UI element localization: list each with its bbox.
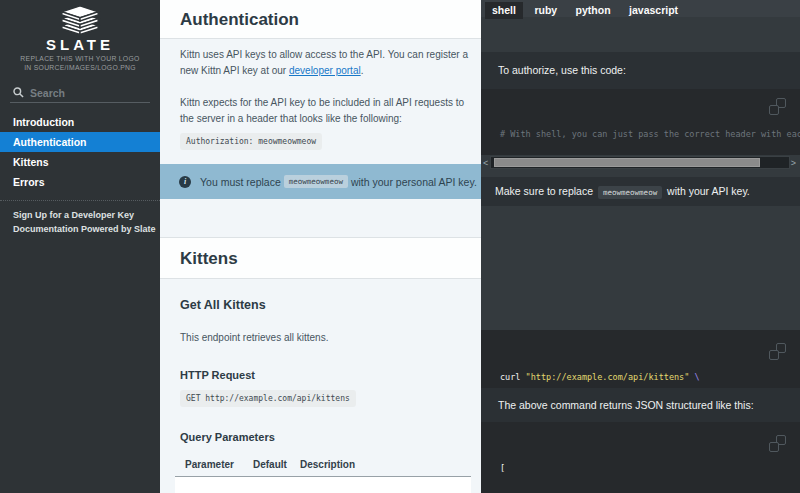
sidebar-divider [0,200,160,201]
logo-tagline: REPLACE THIS WITH YOUR LOGO IN SOURCE/IM… [0,55,160,72]
sidebar-nav: Introduction Authentication Kittens Erro… [0,112,160,192]
code-annotation-replace-key: Make sure to replace meowmeowmeow with y… [481,177,800,206]
tab-python[interactable]: python [569,2,618,19]
code-token: "http://example.com/api/kittens" [526,372,690,382]
scroll-right-arrow[interactable]: > [791,157,796,170]
search-input[interactable] [30,87,130,99]
http-request-heading: HTTP Request [180,369,255,381]
annotation-code-chip: meowmeowmeow [598,186,662,199]
code-annotation-authorize: To authorize, use this code: [481,52,800,89]
copy-icon-front [769,442,779,452]
search-icon [13,87,24,98]
search-box[interactable] [10,84,150,103]
copy-icon[interactable] [769,435,786,452]
notice-banner: i You must replace meowmeowmeow with you… [160,164,481,199]
table-row [175,477,471,493]
shell-auth-code-block: # With shell, you can just pass the corr… [481,89,800,155]
table-header-default: Default [253,459,287,470]
get-all-kittens-heading: Get All Kittens [180,298,266,312]
code-comment: # With shell, you can just pass the corr… [500,129,800,139]
sidebar-item-kittens[interactable]: Kittens [0,152,160,172]
sidebar-item-errors[interactable]: Errors [0,172,160,192]
tab-shell[interactable]: shell [485,2,523,19]
sidebar: SLATE REPLACE THIS WITH YOUR LOGO IN SOU… [0,0,160,493]
code-token: [ [500,463,505,473]
notice-text-before: You must replace [200,176,281,188]
auth-paragraph-1: Kittn uses API keys to allow access to t… [180,47,474,79]
signup-developer-key-link[interactable]: Sign Up for a Developer Key [13,209,156,222]
query-parameters-heading: Query Parameters [180,431,275,443]
tab-javascript[interactable]: javascript [622,2,685,19]
horizontal-scrollbar[interactable]: < > [481,156,800,171]
doc-content: Authentication Kittn uses API keys to al… [160,0,481,493]
scrollbar-thumb[interactable] [494,158,760,167]
info-icon: i [179,176,191,188]
code-token: curl [500,372,526,382]
code-token: \ [689,372,699,382]
sidebar-item-introduction[interactable]: Introduction [0,112,160,132]
code-annotation-json-result: The above command returns JSON structure… [481,388,800,422]
shell-kittens-code-block: curl "http://example.com/api/kittens" \ … [481,330,800,388]
copy-icon[interactable] [769,98,786,115]
notice-code-chip: meowmeowmeow [284,175,348,188]
logo-tagline-line2: IN SOURCE/IMAGES/LOGO.PNG [0,64,160,73]
developer-portal-link[interactable]: developer portal [289,65,361,76]
scroll-left-arrow[interactable]: < [483,157,488,170]
annotation-text-before: Make sure to replace [495,185,593,197]
http-request-code-chip: GET http://example.com/api/kittens [180,390,356,407]
code-examples-panel: shell ruby python javascript To authoriz… [481,0,800,493]
logo-tagline-line1: REPLACE THIS WITH YOUR LOGO [0,55,160,64]
copy-icon-front [769,350,779,360]
sidebar-footer: Sign Up for a Developer Key Documentatio… [13,209,156,236]
scrollbar-track[interactable] [490,156,790,169]
slate-docs-page: SLATE REPLACE THIS WITH YOUR LOGO IN SOU… [0,0,800,493]
language-tab-bar: shell ruby python javascript [481,0,800,17]
slate-logo-icon [56,5,104,35]
section-title-kittens: Kittens [160,237,481,279]
section-title-authentication: Authentication [160,0,481,39]
auth-paragraph-2: Kittn expects for the API key to be incl… [180,95,474,127]
code-line: curl "http://example.com/api/kittens" \ [500,371,800,384]
table-header-parameter: Parameter [185,459,234,470]
tab-ruby[interactable]: ruby [527,2,564,19]
notice-text-after: with your personal API key. [351,176,477,188]
copy-icon[interactable] [769,343,786,360]
annotation-text-after: with your API key. [667,185,750,197]
code-line: [ [500,462,800,475]
copy-icon-front [769,105,779,115]
brand-name: SLATE [0,36,160,53]
auth-paragraph-1-end: . [361,65,364,76]
sidebar-item-authentication[interactable]: Authentication [0,132,160,152]
powered-by-slate-link[interactable]: Documentation Powered by Slate [13,223,156,236]
json-response-code-block: [ { "id": 1, "name": "Fluffums", [481,422,800,493]
auth-header-code-chip: Authorization: meowmeowmeow [180,133,322,150]
code-line: # With shell, you can just pass the corr… [500,128,800,141]
get-all-kittens-description: This endpoint retrieves all kittens. [180,330,470,346]
table-header-description: Description [300,459,355,470]
